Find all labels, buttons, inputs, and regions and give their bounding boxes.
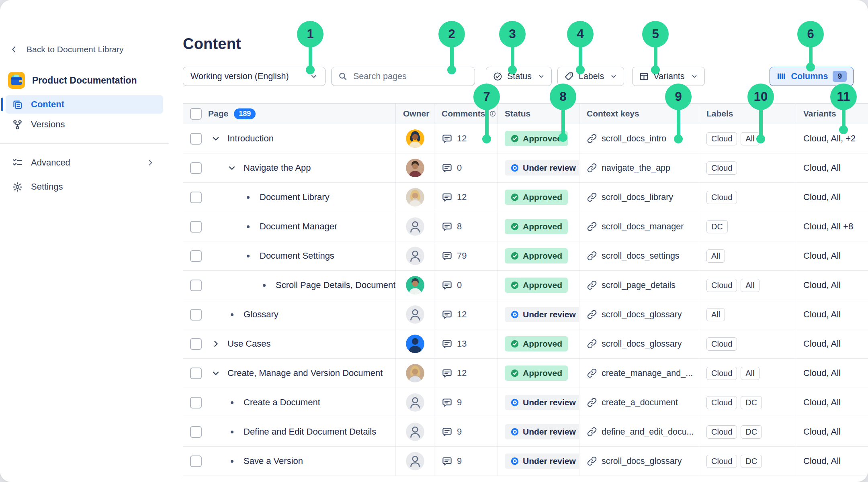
row-checkbox[interactable] — [190, 250, 202, 262]
back-to-library-link[interactable]: Back to Document Library — [0, 40, 178, 59]
avatar[interactable] — [406, 452, 424, 470]
label-chip[interactable]: Cloud — [706, 455, 737, 468]
row-checkbox[interactable] — [190, 426, 202, 438]
context-key-cell[interactable]: scroll_docs_settings — [579, 241, 699, 270]
table-row[interactable]: Use Cases 13 Approved scroll_docs_glossa… — [183, 329, 868, 359]
page-title-text[interactable]: Scroll Page Details, Document too... — [276, 280, 396, 290]
page-title-text[interactable]: Introduction — [227, 133, 274, 144]
avatar[interactable] — [406, 423, 424, 441]
row-checkbox[interactable] — [190, 309, 202, 321]
status-badge[interactable]: Under review — [505, 453, 579, 469]
label-chip[interactable]: DC — [706, 220, 728, 233]
page-title-text[interactable]: Document Manager — [260, 221, 337, 232]
context-key-cell[interactable]: scroll_docs_glossary — [579, 447, 699, 476]
sidebar-item-settings[interactable]: Settings — [6, 178, 163, 196]
comments-cell[interactable]: 9 — [434, 388, 497, 417]
comments-cell[interactable]: 9 — [434, 447, 497, 476]
row-checkbox[interactable] — [190, 455, 202, 467]
row-checkbox[interactable] — [190, 133, 202, 145]
page-title-text[interactable]: Save a Version — [244, 456, 303, 466]
comments-cell[interactable]: 9 — [434, 417, 497, 446]
page-title-text[interactable]: Use Cases — [227, 339, 271, 349]
status-badge[interactable]: Approved — [505, 366, 568, 381]
status-badge[interactable]: Approved — [505, 248, 568, 263]
label-chip[interactable]: Cloud — [706, 367, 737, 380]
context-key-cell[interactable]: scroll_docs_manager — [579, 212, 699, 241]
context-key-cell[interactable]: scroll_docs_glossary — [579, 329, 699, 358]
comments-cell[interactable]: 0 — [434, 153, 497, 182]
columns-button[interactable]: Columns 9 — [770, 67, 854, 86]
chevron-right-icon[interactable] — [210, 339, 222, 349]
chevron-down-icon[interactable] — [210, 368, 222, 378]
version-select[interactable]: Working version (English) — [183, 67, 326, 86]
page-title-text[interactable]: Document Settings — [260, 251, 334, 261]
label-chip[interactable]: Cloud — [706, 425, 737, 439]
info-icon[interactable] — [489, 110, 496, 117]
label-chip[interactable]: All — [741, 367, 759, 380]
context-key-cell[interactable]: navigate_the_app — [579, 153, 699, 182]
label-chip[interactable]: Cloud — [706, 132, 737, 145]
status-badge[interactable]: Approved — [505, 278, 568, 293]
comments-cell[interactable]: 8 — [434, 212, 497, 241]
sidebar-item-advanced[interactable]: Advanced — [6, 153, 163, 172]
comments-cell[interactable]: 12 — [434, 300, 497, 329]
select-all-checkbox[interactable] — [190, 108, 202, 120]
status-badge[interactable]: Under review — [505, 395, 579, 410]
table-row[interactable]: Create a Document 9 Under review create_… — [183, 388, 868, 417]
page-title-text[interactable]: Glossary — [244, 309, 278, 320]
label-chip[interactable]: Cloud — [706, 161, 737, 175]
avatar[interactable] — [406, 393, 424, 412]
page-title-text[interactable]: Create a Document — [244, 397, 320, 408]
table-row[interactable]: Introduction 12 Approved scroll_docs_int… — [183, 124, 868, 153]
avatar[interactable] — [406, 247, 424, 265]
avatar[interactable] — [406, 276, 424, 294]
status-filter[interactable]: Status — [486, 67, 552, 86]
row-checkbox[interactable] — [190, 338, 202, 350]
label-chip[interactable]: All — [741, 132, 759, 145]
row-checkbox[interactable] — [190, 397, 202, 408]
status-badge[interactable]: Approved — [505, 336, 568, 351]
chevron-down-icon[interactable] — [226, 163, 238, 173]
table-row[interactable]: Create, Manage and Version Document 12 A… — [183, 359, 868, 388]
context-key-cell[interactable]: define_and_edit_docu... — [579, 417, 699, 446]
context-key-cell[interactable]: scroll_docs_glossary — [579, 300, 699, 329]
table-row[interactable]: Define and Edit Document Details 9 Under… — [183, 417, 868, 447]
context-key-cell[interactable]: scroll_page_details — [579, 271, 699, 300]
table-row[interactable]: Document Library 12 Approved scroll_docs… — [183, 183, 868, 212]
avatar[interactable] — [406, 188, 424, 206]
context-key-cell[interactable]: scroll_docs_library — [579, 183, 699, 212]
avatar[interactable] — [406, 305, 424, 324]
label-chip[interactable]: Cloud — [706, 396, 737, 409]
context-key-cell[interactable]: scroll_docs_intro — [579, 124, 699, 153]
table-row[interactable]: Glossary 12 Under review scroll_docs_glo… — [183, 300, 868, 329]
chevron-down-icon[interactable] — [210, 134, 222, 143]
label-chip[interactable]: DC — [741, 396, 762, 409]
comments-cell[interactable]: 12 — [434, 359, 497, 388]
avatar[interactable] — [406, 159, 424, 177]
status-badge[interactable]: Under review — [505, 160, 579, 176]
row-checkbox[interactable] — [190, 162, 202, 174]
page-title-text[interactable]: Navigate the App — [244, 163, 311, 173]
table-row[interactable]: Save a Version 9 Under review scroll_doc… — [183, 447, 868, 476]
table-row[interactable]: Scroll Page Details, Document too... 0 A… — [183, 271, 868, 300]
variants-filter[interactable]: Variants — [632, 67, 704, 86]
sidebar-item-versions[interactable]: Versions — [6, 115, 163, 134]
row-checkbox[interactable] — [190, 192, 202, 203]
table-row[interactable]: Document Settings 79 Approved scroll_doc… — [183, 241, 868, 271]
label-chip[interactable]: All — [706, 249, 725, 263]
status-badge[interactable]: Under review — [505, 307, 579, 322]
label-chip[interactable]: Cloud — [706, 191, 737, 204]
row-checkbox[interactable] — [190, 221, 202, 233]
label-chip[interactable]: Cloud — [706, 337, 737, 351]
page-title-text[interactable]: Define and Edit Document Details — [244, 427, 376, 437]
context-key-cell[interactable]: create_a_document — [579, 388, 699, 417]
page-title-text[interactable]: Create, Manage and Version Document — [227, 368, 383, 378]
row-checkbox[interactable] — [190, 280, 202, 291]
label-chip[interactable]: All — [741, 279, 759, 292]
comments-cell[interactable]: 0 — [434, 271, 497, 300]
avatar[interactable] — [406, 364, 424, 382]
search-input[interactable] — [352, 71, 468, 82]
sidebar-item-content[interactable]: Content — [6, 95, 163, 114]
comments-cell[interactable]: 79 — [434, 241, 497, 270]
label-chip[interactable]: Cloud — [706, 279, 737, 292]
